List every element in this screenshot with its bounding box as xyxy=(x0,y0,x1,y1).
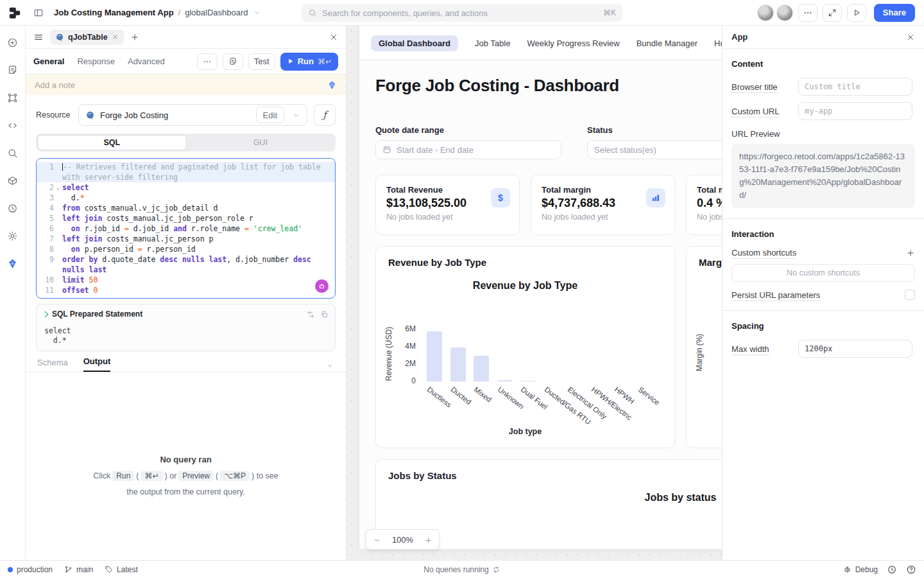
test-button[interactable]: Test xyxy=(248,53,275,70)
sql-prepared-statement[interactable]: SQL Prepared Statement select d.* xyxy=(36,304,336,351)
tab-output[interactable]: Output xyxy=(83,356,111,372)
x-category-label: Service xyxy=(637,385,661,407)
release-selector[interactable]: Latest xyxy=(105,565,138,574)
close-panel-icon[interactable] xyxy=(329,33,338,42)
swap-icon[interactable] xyxy=(307,310,315,319)
y-axis-label: Revenue (USD) xyxy=(384,322,393,386)
query-notes-button[interactable] xyxy=(223,53,243,70)
zoom-level[interactable]: 100% xyxy=(392,535,413,545)
panel-toggle-icon[interactable] xyxy=(33,8,44,18)
chevron-down-icon[interactable] xyxy=(292,111,300,119)
add-note-bar[interactable]: Add a note xyxy=(26,74,346,95)
sidebar-item-toolbox[interactable] xyxy=(5,173,21,188)
query-tab[interactable]: qJobTable xyxy=(50,30,124,45)
filter: Quote date rangeStart date - End date xyxy=(375,125,561,159)
prepared-statement-body: select d.* xyxy=(37,321,335,346)
code-line[interactable]: 6 on r.job_id = d.job_id and r.role_name… xyxy=(37,223,335,234)
postgres-icon xyxy=(85,110,95,120)
transformer-fx-button[interactable]: ƒ xyxy=(314,104,336,126)
custom-url-input[interactable] xyxy=(798,102,912,120)
global-search[interactable]: ⌘K xyxy=(302,4,622,22)
collapse-chevron-icon[interactable] xyxy=(325,363,334,372)
run-button[interactable]: Run ⌘↵ xyxy=(280,53,338,71)
sidebar-item-pages[interactable] xyxy=(5,62,21,78)
sidebar-item-code[interactable] xyxy=(5,118,21,133)
edit-resource-button[interactable]: Edit xyxy=(256,107,284,123)
tab-response[interactable]: Response xyxy=(77,57,115,66)
gem-icon[interactable] xyxy=(327,80,337,90)
expand-chevron-icon[interactable] xyxy=(42,311,49,317)
persist-url-checkbox[interactable] xyxy=(905,290,915,300)
sidebar-item-settings[interactable] xyxy=(5,228,21,243)
ai-assistant-button[interactable] xyxy=(315,279,329,293)
help-icon[interactable] xyxy=(906,565,916,575)
avatar[interactable] xyxy=(776,4,793,21)
copy-icon[interactable] xyxy=(320,310,329,319)
branch-icon xyxy=(64,565,73,574)
mode-gui[interactable]: GUI xyxy=(187,135,335,150)
prepared-statement-title: SQL Prepared Statement xyxy=(52,310,302,319)
share-button[interactable]: Share xyxy=(874,4,915,22)
revenue-chart-card[interactable]: Revenue by Job Type Revenue by Job Type … xyxy=(375,246,675,448)
stat-card[interactable]: Total margin$4,737,688.43No jobs loaded … xyxy=(531,175,675,235)
tab-advanced[interactable]: Advanced xyxy=(128,57,165,66)
code-line[interactable]: 4from costs_manual.v_jc_job_detail d xyxy=(37,203,335,213)
mode-sql[interactable]: SQL xyxy=(37,135,187,150)
refresh-icon[interactable] xyxy=(493,566,501,574)
query-more-button[interactable] xyxy=(197,53,218,70)
filter-input[interactable]: Start date - End date xyxy=(375,140,561,159)
debug-button[interactable]: Debug xyxy=(843,565,878,574)
code-line[interactable]: 8 on p.person_id = r.person_id xyxy=(37,244,335,254)
code-line[interactable]: 1-- Retrieves filtered and paginated job… xyxy=(37,162,335,182)
tab-schema[interactable]: Schema xyxy=(37,358,68,372)
page-name[interactable]: globalDashboard xyxy=(185,8,248,17)
search-icon xyxy=(308,8,317,17)
code-line[interactable]: 10limit 50 xyxy=(37,275,335,285)
max-width-input[interactable] xyxy=(798,340,912,358)
filter-placeholder: Select status(es) xyxy=(594,145,656,155)
more-button[interactable] xyxy=(798,4,817,22)
browser-title-input[interactable] xyxy=(798,78,912,96)
sidebar-item-history[interactable] xyxy=(5,200,21,216)
zoom-in-button[interactable]: + xyxy=(425,534,431,545)
tab-general[interactable]: General xyxy=(33,57,64,66)
sql-code-editor[interactable]: 1-- Retrieves filtered and paginated job… xyxy=(36,158,336,299)
add-query-tab-icon[interactable] xyxy=(130,33,139,42)
branch-selector[interactable]: main xyxy=(64,565,93,574)
expand-button[interactable] xyxy=(823,4,842,22)
history-icon[interactable] xyxy=(887,565,897,575)
app-tab-weekly-progress-review[interactable]: Weekly Progress Review xyxy=(527,39,619,48)
sidebar-item-add[interactable] xyxy=(5,35,21,50)
app-tab-bundle-manager[interactable]: Bundle Manager xyxy=(637,39,697,48)
query-mode-switch: SQL GUI xyxy=(36,134,336,152)
sidebar-item-components[interactable] xyxy=(5,90,21,105)
x-category-label: HPWH/Electric xyxy=(590,385,633,421)
code-line[interactable]: 5left join costs_manual.jc_job_person_ro… xyxy=(37,213,335,223)
add-shortcut-icon[interactable] xyxy=(906,249,915,258)
close-icon[interactable] xyxy=(906,33,915,42)
code-line[interactable]: 2⌄select xyxy=(37,182,335,193)
section-interaction: Interaction xyxy=(732,229,915,239)
sidebar-item-ai-assistant[interactable] xyxy=(5,256,21,271)
y-tick: 2M xyxy=(394,359,416,368)
zoom-out-button[interactable]: − xyxy=(374,534,380,545)
code-line[interactable]: 9order by d.quote_date desc nulls last, … xyxy=(37,254,335,275)
app-tab-job-table[interactable]: Job Table xyxy=(475,39,510,48)
code-line[interactable]: 3 d.* xyxy=(37,193,335,203)
kbd-chip: Run xyxy=(112,471,134,481)
code-line[interactable]: 7left join costs_manual.jc_person p xyxy=(37,234,335,244)
close-icon[interactable] xyxy=(112,33,119,40)
resource-select[interactable]: Forge Job Costing Edit xyxy=(78,104,307,126)
x-category-label: Mixed xyxy=(473,385,493,403)
chevron-down-icon[interactable] xyxy=(253,8,261,17)
empty-state-title: No query ran xyxy=(160,455,211,464)
stat-card[interactable]: Total Revenue$13,108,525.00No jobs loade… xyxy=(375,175,520,235)
sidebar-item-search[interactable] xyxy=(5,145,21,161)
app-tab-global-dashboard[interactable]: Global Dashboard xyxy=(371,35,458,51)
query-list-menu-icon[interactable] xyxy=(33,32,44,42)
search-input[interactable] xyxy=(322,8,598,18)
preview-button[interactable] xyxy=(847,4,866,22)
environment-selector[interactable]: production xyxy=(8,565,53,574)
code-line[interactable]: 11offset 0 xyxy=(37,285,335,295)
avatar[interactable] xyxy=(757,4,774,21)
